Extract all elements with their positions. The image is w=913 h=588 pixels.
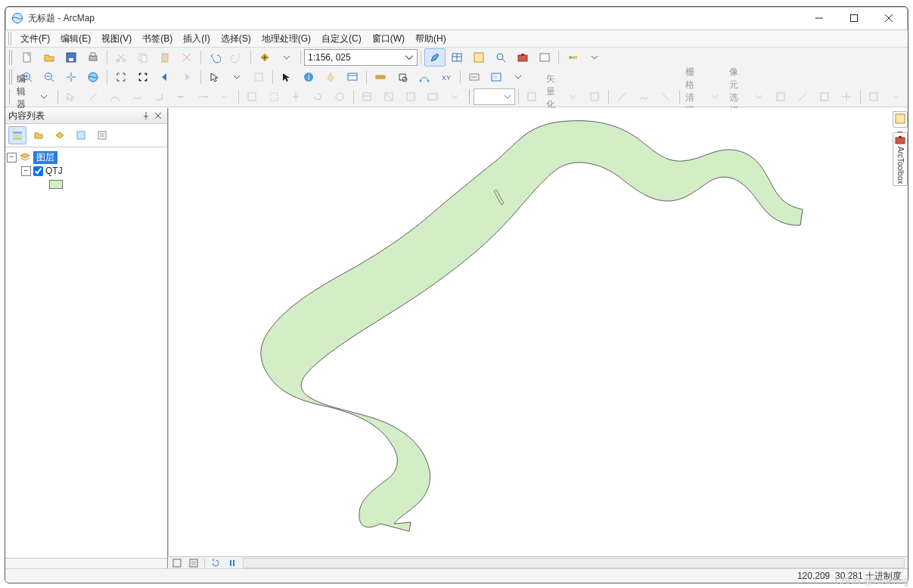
menu-view[interactable]: 视图(V)	[97, 31, 136, 47]
edit-rotate-scale-button[interactable]	[329, 88, 350, 106]
goto-xy-button[interactable]: XY	[436, 68, 457, 86]
toc-tab-visibility[interactable]	[51, 126, 69, 144]
pixel-select-dropdown[interactable]	[748, 88, 769, 106]
toc-tab-options[interactable]	[93, 126, 111, 144]
minimize-button[interactable]	[802, 7, 837, 29]
menubar-grip[interactable]	[8, 32, 13, 45]
edit-vertices-dropdown[interactable]	[214, 88, 235, 106]
edit-rightangle-button[interactable]	[148, 88, 169, 106]
edit-straight-button[interactable]	[82, 88, 104, 106]
zoom-out-button[interactable]	[39, 68, 60, 86]
edit-attributes-button[interactable]	[356, 88, 377, 106]
expander-minus-icon[interactable]: −	[21, 166, 31, 176]
hyperlink-button[interactable]	[320, 68, 341, 86]
select-elements-button[interactable]	[276, 68, 297, 86]
pause-drawing-button[interactable]	[226, 558, 238, 568]
new-doc-button[interactable]	[17, 48, 38, 67]
open-button[interactable]	[39, 48, 60, 67]
toolbar-grip[interactable]	[9, 50, 14, 65]
close-button[interactable]	[871, 7, 906, 29]
add-data-dropdown[interactable]	[276, 48, 297, 67]
redo-button[interactable]	[226, 48, 247, 67]
vectorize-dropdown[interactable]	[562, 88, 583, 106]
time-slider-button[interactable]	[464, 68, 485, 86]
toc-resize-bar[interactable]	[5, 558, 167, 569]
edit-tool-button[interactable]	[61, 88, 82, 106]
scale-combo[interactable]: 1:156, 025	[304, 49, 418, 66]
menu-select[interactable]: 选择(S)	[216, 31, 256, 47]
menu-customize[interactable]: 自定义(C)	[317, 31, 366, 47]
ps-tool1-button[interactable]	[770, 88, 791, 106]
menu-bookmark[interactable]: 书签(B)	[138, 31, 177, 47]
arcscan-options-button[interactable]	[521, 88, 542, 106]
menu-file[interactable]: 文件(F)	[16, 31, 54, 47]
vec-tool2-button[interactable]	[633, 88, 654, 106]
pan-button[interactable]	[61, 68, 82, 86]
maximize-button[interactable]	[837, 7, 871, 29]
find-route-button[interactable]	[414, 68, 435, 86]
layout-view-button[interactable]	[188, 558, 200, 568]
ps-tool2-button[interactable]	[792, 88, 813, 106]
edit-trace-button[interactable]	[126, 88, 148, 106]
edit-split-button[interactable]	[285, 88, 306, 106]
dock-tab-arctoolbox[interactable]: ArcToolbox	[893, 132, 908, 186]
edit-arc-button[interactable]	[104, 88, 126, 106]
viewer-dropdown[interactable]	[508, 68, 529, 86]
fixed-zoom-out-button[interactable]	[132, 68, 154, 86]
edit-midpoint-button[interactable]	[170, 88, 191, 106]
find-button[interactable]	[392, 68, 413, 86]
toc-pin-button[interactable]	[140, 110, 152, 122]
edit-end-button[interactable]	[192, 88, 213, 106]
table-window-button[interactable]	[446, 48, 467, 67]
menu-insert[interactable]: 插入(I)	[179, 31, 214, 47]
toc-tab-source[interactable]	[30, 126, 48, 144]
select-features-button[interactable]	[204, 68, 225, 86]
layer-symbol-swatch[interactable]	[49, 180, 63, 189]
fixed-zoom-in-button[interactable]	[110, 68, 132, 86]
menu-window[interactable]: 窗口(W)	[368, 31, 409, 47]
expander-minus-icon[interactable]: −	[7, 153, 17, 162]
clear-selection-button[interactable]	[248, 68, 269, 86]
toc-layer-row[interactable]: − QTJ	[7, 164, 166, 178]
vec-tool1-button[interactable]	[611, 88, 632, 106]
create-features-button[interactable]	[400, 88, 421, 106]
undo-button[interactable]	[204, 48, 225, 67]
data-view-button[interactable]	[171, 558, 183, 568]
edit-target-dropdown-button[interactable]	[422, 88, 443, 106]
ps-tool3-button[interactable]	[814, 88, 835, 106]
ps-tool4-button[interactable]	[836, 88, 857, 106]
search-window-button[interactable]	[490, 48, 511, 67]
identify-button[interactable]: i	[298, 68, 319, 86]
vec-trace-button[interactable]	[584, 88, 605, 106]
next-extent-button[interactable]	[176, 68, 197, 86]
delete-button[interactable]	[176, 48, 197, 67]
catalog-window-button[interactable]	[468, 48, 489, 67]
ps-tool5-dropdown[interactable]	[885, 88, 906, 106]
toc-tab-drawing-order[interactable]	[8, 126, 26, 144]
save-button[interactable]	[61, 48, 82, 67]
python-window-button[interactable]	[534, 48, 555, 67]
toolbar-grip[interactable]	[469, 89, 470, 104]
viewer-window-button[interactable]	[486, 68, 507, 86]
select-features-dropdown[interactable]	[226, 68, 247, 86]
cut-button[interactable]	[110, 48, 132, 67]
add-data-button[interactable]	[254, 48, 275, 67]
editor-toolbar-toggle[interactable]	[424, 48, 446, 67]
toc-tab-selection[interactable]	[72, 126, 90, 144]
prev-extent-button[interactable]	[154, 68, 175, 86]
refresh-view-button[interactable]	[210, 558, 222, 568]
measure-button[interactable]	[370, 68, 391, 86]
toc-symbol-row[interactable]	[7, 178, 166, 191]
arctoolbox-button[interactable]	[512, 48, 533, 67]
edit-target-dropdown[interactable]	[444, 88, 465, 106]
menu-edit[interactable]: 编辑(E)	[56, 31, 95, 47]
editor-menu-dropdown[interactable]	[33, 88, 54, 106]
menu-geoprocessing[interactable]: 地理处理(G)	[257, 31, 315, 47]
copy-button[interactable]	[132, 48, 154, 67]
full-extent-button[interactable]	[82, 68, 104, 86]
paste-button[interactable]	[154, 48, 175, 67]
arcscan-layer-combo[interactable]	[474, 88, 515, 105]
print-button[interactable]	[82, 48, 104, 67]
edit-cut-poly-button[interactable]	[241, 88, 262, 106]
map-horizontal-scrollbar[interactable]	[243, 558, 905, 568]
